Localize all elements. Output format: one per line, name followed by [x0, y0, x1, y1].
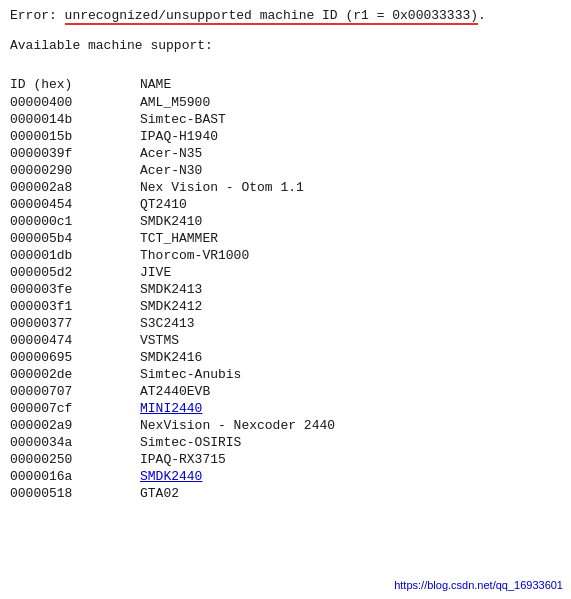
cell-id: 00000250: [10, 451, 140, 468]
cell-id: 00000454: [10, 196, 140, 213]
cell-id: 00000474: [10, 332, 140, 349]
cell-name: S3C2413: [140, 315, 561, 332]
table-row: 00000474VSTMS: [10, 332, 561, 349]
cell-id: 000002a8: [10, 179, 140, 196]
cell-id: 0000016a: [10, 468, 140, 485]
table-row: 000001dbThorcom-VR1000: [10, 247, 561, 264]
header-id: ID (hex): [10, 76, 140, 94]
table-row: 000002deSimtec-Anubis: [10, 366, 561, 383]
cell-name: AML_M5900: [140, 94, 561, 111]
cell-id: 000003fe: [10, 281, 140, 298]
cell-name: MINI2440: [140, 400, 561, 417]
cell-name: Acer-N30: [140, 162, 561, 179]
cell-id: 000007cf: [10, 400, 140, 417]
table-row: 0000015bIPAQ-H1940: [10, 128, 561, 145]
cell-id: 00000400: [10, 94, 140, 111]
cell-name: SMDK2410: [140, 213, 561, 230]
cell-id: 0000015b: [10, 128, 140, 145]
table-row: 00000518GTA02: [10, 485, 561, 502]
table-row: 00000290Acer-N30: [10, 162, 561, 179]
table-row: 00000400AML_M5900: [10, 94, 561, 111]
table-row: 00000454QT2410: [10, 196, 561, 213]
table-row: 00000377S3C2413: [10, 315, 561, 332]
linked-name[interactable]: MINI2440: [140, 401, 202, 416]
cell-name: Acer-N35: [140, 145, 561, 162]
cell-name: QT2410: [140, 196, 561, 213]
cell-name: JIVE: [140, 264, 561, 281]
cell-name: SMDK2440: [140, 468, 561, 485]
cell-id: 000005b4: [10, 230, 140, 247]
cell-name: IPAQ-RX3715: [140, 451, 561, 468]
watermark: https://blog.csdn.net/qq_16933601: [394, 579, 563, 591]
cell-id: 000002de: [10, 366, 140, 383]
table-row: 000002a8Nex Vision - Otom 1.1: [10, 179, 561, 196]
table-row: 000000c1SMDK2410: [10, 213, 561, 230]
cell-name: IPAQ-H1940: [140, 128, 561, 145]
cell-name: SMDK2412: [140, 298, 561, 315]
cell-id: 00000377: [10, 315, 140, 332]
table-row: 00000250IPAQ-RX3715: [10, 451, 561, 468]
machine-table: ID (hex) NAME 00000400AML_M59000000014bS…: [10, 76, 561, 502]
cell-name: SMDK2413: [140, 281, 561, 298]
cell-id: 000002a9: [10, 417, 140, 434]
table-row: 00000707AT2440EVB: [10, 383, 561, 400]
cell-id: 00000695: [10, 349, 140, 366]
cell-name: Simtec-OSIRIS: [140, 434, 561, 451]
cell-id: 000001db: [10, 247, 140, 264]
cell-id: 0000039f: [10, 145, 140, 162]
error-message: Error: unrecognized/unsupported machine …: [10, 8, 561, 23]
table-row: 000002a9NexVision - Nexcoder 2440: [10, 417, 561, 434]
cell-name: Nex Vision - Otom 1.1: [140, 179, 561, 196]
table-header: ID (hex) NAME: [10, 76, 561, 94]
table-row: 0000016aSMDK2440: [10, 468, 561, 485]
table-row: 0000014bSimtec-BAST: [10, 111, 561, 128]
cell-name: SMDK2416: [140, 349, 561, 366]
available-label: Available machine support:: [10, 38, 561, 53]
cell-id: 00000518: [10, 485, 140, 502]
cell-id: 000005d2: [10, 264, 140, 281]
linked-name[interactable]: SMDK2440: [140, 469, 202, 484]
table-row: 0000034aSimtec-OSIRIS: [10, 434, 561, 451]
table-row: 000003f1SMDK2412: [10, 298, 561, 315]
error-text-suffix: .: [478, 8, 486, 23]
cell-id: 0000014b: [10, 111, 140, 128]
table-row: 000007cfMINI2440: [10, 400, 561, 417]
cell-name: VSTMS: [140, 332, 561, 349]
cell-name: GTA02: [140, 485, 561, 502]
table-row: 000005b4TCT_HAMMER: [10, 230, 561, 247]
cell-name: Simtec-Anubis: [140, 366, 561, 383]
cell-id: 00000707: [10, 383, 140, 400]
cell-name: AT2440EVB: [140, 383, 561, 400]
cell-name: Thorcom-VR1000: [140, 247, 561, 264]
cell-name: TCT_HAMMER: [140, 230, 561, 247]
cell-name: NexVision - Nexcoder 2440: [140, 417, 561, 434]
table-row: 00000695SMDK2416: [10, 349, 561, 366]
table-row: 000003feSMDK2413: [10, 281, 561, 298]
table-row: 000005d2JIVE: [10, 264, 561, 281]
cell-id: 00000290: [10, 162, 140, 179]
error-text-prefix: Error:: [10, 8, 65, 23]
table-row: 0000039fAcer-N35: [10, 145, 561, 162]
cell-id: 0000034a: [10, 434, 140, 451]
cell-name: Simtec-BAST: [140, 111, 561, 128]
cell-id: 000003f1: [10, 298, 140, 315]
cell-id: 000000c1: [10, 213, 140, 230]
header-name: NAME: [140, 76, 561, 94]
error-underline-text: unrecognized/unsupported machine ID (r1 …: [65, 8, 478, 25]
